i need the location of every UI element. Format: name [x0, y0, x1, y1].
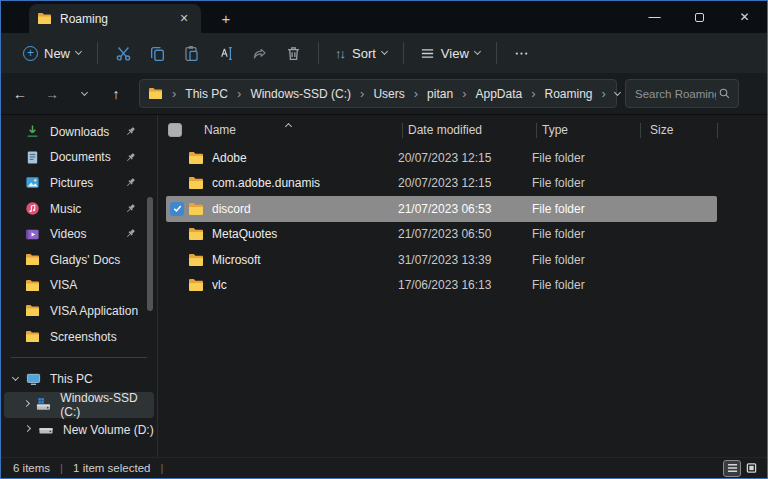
delete-button[interactable]	[276, 39, 310, 67]
forward-button[interactable]: →	[39, 81, 65, 107]
sidebar-item-gladys-docs[interactable]: Gladys' Docs	[1, 247, 157, 273]
trash-icon	[285, 45, 302, 62]
sidebar-item-label: Pictures	[50, 176, 93, 190]
table-row[interactable]: Adobe 20/07/2023 12:15 File folder	[166, 145, 717, 171]
row-checkbox[interactable]	[170, 151, 184, 165]
sidebar-item-documents[interactable]: Documents	[1, 145, 157, 171]
sidebar-item-new-volume[interactable]: New Volume (D:)	[4, 418, 154, 444]
breadcrumb-separator: ›	[414, 86, 418, 101]
sidebar-item-music[interactable]: Music	[1, 196, 157, 222]
chevron-right-icon[interactable]	[16, 429, 38, 431]
large-icons-view-button[interactable]	[743, 461, 759, 476]
column-divider[interactable]	[402, 123, 403, 138]
chevron-right-icon[interactable]	[16, 404, 36, 406]
folder-icon	[25, 330, 40, 343]
column-header-size[interactable]: Size	[650, 123, 673, 137]
paste-button[interactable]	[174, 39, 208, 67]
new-button[interactable]: + New	[15, 41, 89, 66]
toolbar-separator	[318, 42, 319, 64]
chevron-down-icon[interactable]	[4, 378, 26, 380]
file-date: 20/07/2023 12:15	[398, 151, 532, 165]
sidebar-scrollbar[interactable]	[147, 197, 153, 311]
sidebar-item-screenshots[interactable]: Screenshots	[1, 324, 157, 350]
row-checkbox-checked[interactable]	[170, 202, 184, 216]
file-type: File folder	[532, 202, 640, 216]
folder-icon	[25, 304, 40, 317]
sidebar-item-visa[interactable]: VISA	[1, 273, 157, 299]
file-name: Microsoft	[212, 253, 398, 267]
minimize-button[interactable]: —	[632, 1, 677, 33]
column-divider[interactable]	[640, 123, 641, 138]
tab-label: Roaming	[60, 12, 167, 26]
table-row[interactable]: Microsoft 31/07/2023 13:39 File folder	[166, 247, 717, 273]
back-button[interactable]: ←	[7, 81, 33, 107]
column-divider[interactable]	[536, 123, 537, 138]
recent-locations-button[interactable]	[71, 81, 97, 107]
row-checkbox[interactable]	[170, 278, 184, 292]
column-headers: Name Date modified Type Size	[158, 117, 767, 143]
more-options-button[interactable]	[505, 39, 539, 67]
table-row-selected[interactable]: discord 21/07/2023 06:53 File folder	[166, 196, 717, 222]
sidebar-item-pictures[interactable]: Pictures	[1, 170, 157, 196]
scissors-icon	[115, 45, 132, 62]
sidebar-item-this-pc[interactable]: This PC	[4, 366, 154, 392]
sidebar-item-downloads[interactable]: Downloads	[1, 119, 157, 145]
file-type: File folder	[532, 278, 640, 292]
search-box	[625, 79, 739, 108]
crumb-this-pc[interactable]: This PC	[185, 87, 228, 101]
sort-button[interactable]: ↑↓ Sort	[327, 41, 395, 66]
search-input[interactable]	[633, 87, 718, 101]
table-row[interactable]: com.adobe.dunamis 20/07/2023 12:15 File …	[166, 171, 717, 197]
view-lines-icon	[420, 46, 435, 61]
sidebar-divider	[11, 357, 147, 358]
pin-icon	[125, 228, 136, 239]
column-header-date[interactable]: Date modified	[408, 123, 482, 137]
row-checkbox[interactable]	[170, 227, 184, 241]
column-header-type[interactable]: Type	[542, 123, 568, 137]
copy-button[interactable]	[140, 39, 174, 67]
sidebar-item-visa-application[interactable]: VISA Application	[1, 298, 157, 324]
pin-icon	[125, 126, 136, 137]
folder-icon	[37, 12, 52, 25]
column-divider[interactable]	[717, 123, 718, 138]
crumb-roaming[interactable]: Roaming	[545, 87, 593, 101]
chevron-down-icon	[75, 48, 82, 55]
table-row[interactable]: vlc 17/06/2023 16:13 File folder	[166, 273, 717, 299]
cut-button[interactable]	[106, 39, 140, 67]
breadcrumb[interactable]: › This PC › Windows-SSD (C:) › Users › p…	[139, 79, 617, 108]
crumb-windows-ssd[interactable]: Windows-SSD (C:)	[250, 87, 351, 101]
table-row[interactable]: MetaQuotes 21/07/2023 06:50 File folder	[166, 222, 717, 248]
details-view-button[interactable]	[724, 461, 740, 476]
column-header-name[interactable]: Name	[204, 123, 236, 137]
crumb-pitan[interactable]: pitan	[427, 87, 453, 101]
maximize-button[interactable]	[677, 1, 722, 33]
crumb-appdata[interactable]: AppData	[475, 87, 522, 101]
select-all-checkbox[interactable]	[168, 123, 182, 137]
new-tab-button[interactable]: +	[215, 8, 237, 28]
sidebar-item-videos[interactable]: Videos	[1, 221, 157, 247]
command-bar: + New ↑↓ Sort View	[1, 33, 767, 73]
tab-close-icon[interactable]: ✕	[175, 10, 193, 28]
pin-icon	[125, 177, 136, 188]
up-button[interactable]: ↑	[103, 81, 129, 107]
row-checkbox[interactable]	[170, 253, 184, 267]
file-type: File folder	[532, 253, 640, 267]
sidebar-item-windows-ssd[interactable]: Windows-SSD (C:)	[4, 392, 154, 418]
breadcrumb-separator: ›	[531, 86, 535, 101]
chevron-down-icon	[80, 88, 87, 95]
view-button[interactable]: View	[412, 41, 488, 66]
document-icon	[25, 150, 40, 165]
tab-roaming[interactable]: Roaming ✕	[29, 4, 201, 33]
crumb-users[interactable]: Users	[373, 87, 404, 101]
address-dropdown-icon[interactable]	[614, 88, 621, 95]
close-button[interactable]: ✕	[722, 1, 767, 33]
file-date: 17/06/2023 16:13	[398, 278, 532, 292]
row-checkbox[interactable]	[170, 176, 184, 190]
view-toggles	[724, 461, 759, 476]
search-icon[interactable]	[718, 87, 731, 100]
file-date: 21/07/2023 06:53	[398, 202, 532, 216]
share-button[interactable]	[242, 39, 276, 67]
rename-button[interactable]	[208, 39, 242, 67]
plus-circle-icon: +	[23, 46, 38, 61]
new-button-label: New	[44, 46, 70, 61]
